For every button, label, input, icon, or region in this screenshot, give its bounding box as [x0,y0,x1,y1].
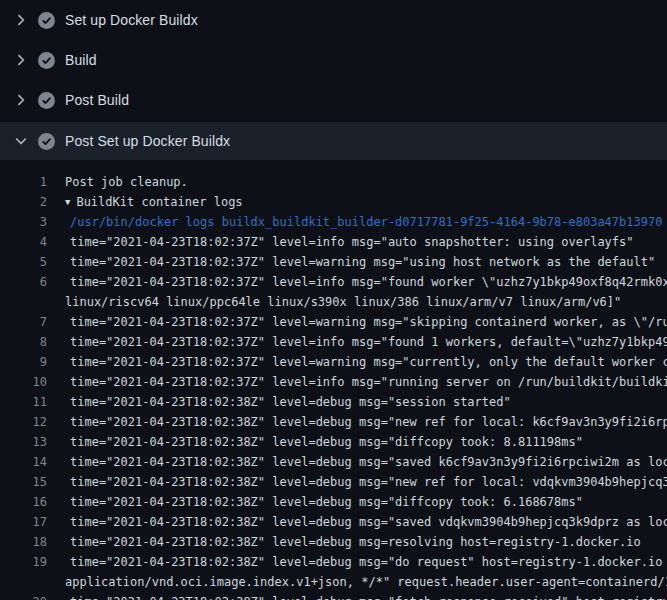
line-number[interactable]: 1 [0,175,47,189]
log-text-content: application/vnd.oci.image.index.v1+json,… [65,575,667,589]
check-circle-icon [38,52,55,69]
log-line: 4 time="2021-04-23T18:02:37Z" level=info… [0,232,667,252]
log-text-content: time="2021-04-23T18:02:38Z" level=debug … [70,435,583,449]
log-text: time="2021-04-23T18:02:38Z" level=debug … [47,475,667,489]
line-number[interactable]: 4 [0,235,47,249]
log-text: time="2021-04-23T18:02:38Z" level=debug … [47,395,667,409]
log-text-content: time="2021-04-23T18:02:37Z" level=warnin… [70,255,655,269]
line-number[interactable]: 3 [0,215,47,229]
line-number[interactable]: 7 [0,315,47,329]
log-text: time="2021-04-23T18:02:37Z" level=info m… [47,335,667,349]
log-text-content: time="2021-04-23T18:02:38Z" level=debug … [70,475,667,489]
log-text-content: time="2021-04-23T18:02:37Z" level=info m… [70,235,634,249]
log-line: 8 time="2021-04-23T18:02:37Z" level=info… [0,332,667,352]
log-text: linux/riscv64 linux/ppc64le linux/s390x … [47,295,667,309]
log-text-content[interactable]: BuildKit container logs [76,195,242,209]
log-line: 17 time="2021-04-23T18:02:38Z" level=deb… [0,512,667,532]
log-line: application/vnd.oci.image.index.v1+json,… [0,572,667,592]
log-line: 14 time="2021-04-23T18:02:38Z" level=deb… [0,452,667,472]
line-number[interactable]: 20 [0,595,47,600]
line-number[interactable]: 13 [0,435,47,449]
check-circle-icon [38,133,55,150]
log-text-content: time="2021-04-23T18:02:38Z" level=debug … [70,555,667,569]
log-line: 13 time="2021-04-23T18:02:38Z" level=deb… [0,432,667,452]
log-text: time="2021-04-23T18:02:37Z" level=warnin… [47,255,667,269]
log-line: 7 time="2021-04-23T18:02:37Z" level=warn… [0,312,667,332]
line-number[interactable]: 15 [0,475,47,489]
log-text-content: time="2021-04-23T18:02:38Z" level=debug … [70,535,641,549]
log-text: time="2021-04-23T18:02:37Z" level=warnin… [47,355,667,369]
line-number[interactable]: 9 [0,355,47,369]
log-text: time="2021-04-23T18:02:37Z" level=info m… [47,275,667,289]
line-number[interactable]: 2 [0,195,47,209]
log-line: 19 time="2021-04-23T18:02:38Z" level=deb… [0,552,667,572]
step-label: Post Build [65,92,129,108]
log-line: 15 time="2021-04-23T18:02:38Z" level=deb… [0,472,667,492]
log-text-content: time="2021-04-23T18:02:38Z" level=debug … [70,515,667,529]
line-number[interactable]: 10 [0,375,47,389]
log-text-content: time="2021-04-23T18:02:37Z" level=info m… [70,275,667,289]
step-label: Post Set up Docker Buildx [65,133,230,149]
log-line: 9 time="2021-04-23T18:02:37Z" level=warn… [0,352,667,372]
log-text: application/vnd.oci.image.index.v1+json,… [47,575,667,589]
check-circle-icon [38,92,55,109]
log-line: 12 time="2021-04-23T18:02:38Z" level=deb… [0,412,667,432]
line-number[interactable]: 14 [0,455,47,469]
step-header[interactable]: Set up Docker Buildx [0,0,667,40]
log-text: time="2021-04-23T18:02:38Z" level=debug … [47,415,667,429]
log-text-content: time="2021-04-23T18:02:38Z" level=debug … [70,495,583,509]
log-text: time="2021-04-23T18:02:38Z" level=debug … [47,515,667,529]
step-header[interactable]: Post Set up Docker Buildx [0,122,667,160]
log-text-content: time="2021-04-23T18:02:37Z" level=warnin… [70,355,667,369]
line-number[interactable]: 6 [0,275,47,289]
line-number[interactable]: 11 [0,395,47,409]
log-text: Post job cleanup. [47,175,667,189]
log-text: time="2021-04-23T18:02:38Z" level=debug … [47,595,667,600]
log-text: ▼BuildKit container logs [47,195,667,209]
log-line: 2 ▼BuildKit container logs [0,192,667,212]
log-line: linux/riscv64 linux/ppc64le linux/s390x … [0,292,667,312]
log-line: 3 /usr/bin/docker logs buildx_buildkit_b… [0,212,667,232]
log-text-content: time="2021-04-23T18:02:37Z" level=info m… [70,375,667,389]
log-text-content: time="2021-04-23T18:02:37Z" level=warnin… [70,315,667,329]
log-text-content: time="2021-04-23T18:02:38Z" level=debug … [70,395,511,409]
line-number[interactable]: 5 [0,255,47,269]
log-text: time="2021-04-23T18:02:37Z" level=info m… [47,375,667,389]
group-toggle-icon[interactable]: ▼ [65,197,70,207]
log-text-content: time="2021-04-23T18:02:38Z" level=debug … [70,415,667,429]
log-line: 18 time="2021-04-23T18:02:38Z" level=deb… [0,532,667,552]
log-text-content: time="2021-04-23T18:02:38Z" level=debug … [70,455,667,469]
step-list: Set up Docker Buildx Build P [0,0,667,160]
log-text-content: Post job cleanup. [65,175,188,189]
log-text-content: /usr/bin/docker logs buildx_buildkit_bui… [70,215,662,229]
log-viewer: 1 Post job cleanup. 2 ▼BuildKit containe… [0,160,667,600]
chevron-right-icon [13,92,29,108]
log-text: /usr/bin/docker logs buildx_buildkit_bui… [47,215,667,229]
log-text-content: linux/riscv64 linux/ppc64le linux/s390x … [65,295,621,309]
step-header[interactable]: Post Build [0,80,667,120]
log-text: time="2021-04-23T18:02:38Z" level=debug … [47,555,667,569]
line-number[interactable]: 18 [0,535,47,549]
log-text-content: time="2021-04-23T18:02:37Z" level=info m… [70,335,667,349]
line-number[interactable]: 17 [0,515,47,529]
log-text: time="2021-04-23T18:02:37Z" level=info m… [47,235,667,249]
step-header[interactable]: Build [0,40,667,80]
log-line: 1 Post job cleanup. [0,172,667,192]
chevron-right-icon [13,12,29,28]
log-line: 5 time="2021-04-23T18:02:37Z" level=warn… [0,252,667,272]
log-line: 20 time="2021-04-23T18:02:38Z" level=deb… [0,592,667,600]
log-text: time="2021-04-23T18:02:37Z" level=warnin… [47,315,667,329]
log-text: time="2021-04-23T18:02:38Z" level=debug … [47,435,667,449]
log-line: 11 time="2021-04-23T18:02:38Z" level=deb… [0,392,667,412]
line-number[interactable]: 19 [0,555,47,569]
log-line: 16 time="2021-04-23T18:02:38Z" level=deb… [0,492,667,512]
log-text: time="2021-04-23T18:02:38Z" level=debug … [47,495,667,509]
line-number[interactable]: 12 [0,415,47,429]
line-number[interactable]: 8 [0,335,47,349]
log-text-content: time="2021-04-23T18:02:38Z" level=debug … [70,595,667,600]
log-line: 10 time="2021-04-23T18:02:37Z" level=inf… [0,372,667,392]
step-label: Build [65,52,97,68]
chevron-right-icon [13,52,29,68]
line-number[interactable]: 16 [0,495,47,509]
log-text: time="2021-04-23T18:02:38Z" level=debug … [47,535,667,549]
